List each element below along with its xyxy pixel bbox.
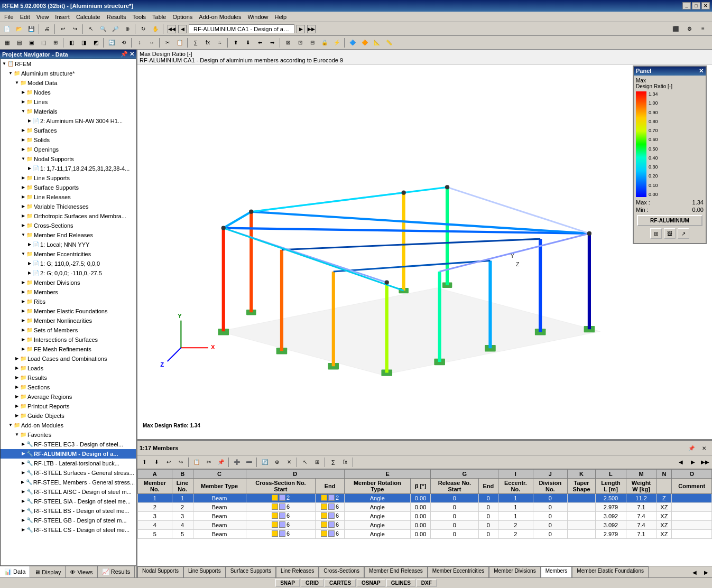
tree-item-31[interactable]: ▶📁Load Cases and Combinations [1, 354, 136, 363]
tree-item-3[interactable]: ▶📁Nodes [1, 88, 136, 97]
table-cell[interactable]: 2.500 [596, 494, 626, 503]
table-pin-btn[interactable]: 📌 [686, 442, 697, 454]
tree-item-10[interactable]: ▼📁Nodal Supports [1, 154, 136, 164]
tt-btn1[interactable]: ⬆ [138, 456, 150, 468]
table-cell[interactable]: 0 [431, 512, 478, 521]
tt-btn3[interactable]: ↩ [163, 456, 174, 468]
t2-btn18[interactable]: ⬆ [230, 37, 242, 49]
rf-nav-next[interactable]: ▶ [297, 25, 305, 33]
tab-members[interactable]: Members [541, 566, 572, 577]
tt-btn6[interactable]: ✂ [203, 456, 215, 468]
table-cell[interactable]: 1 [498, 503, 533, 512]
tree-item-12[interactable]: ▶📁Line Supports [1, 173, 136, 183]
t2-btn29[interactable]: 📐 [371, 37, 383, 49]
tree-item-16[interactable]: ▶📁Orthotropic Surfaces and Membra... [1, 211, 136, 221]
tt-nav-end[interactable]: ▶▶ [699, 456, 711, 468]
table-cell[interactable]: 6 [316, 512, 344, 521]
table-cell[interactable]: 1 [172, 494, 193, 503]
t2-btn27[interactable]: 🔷 [347, 37, 358, 49]
table-cell[interactable]: 4 [172, 521, 193, 530]
t2-btn4[interactable]: ⬚ [38, 37, 49, 49]
tree-item-48[interactable]: ▶🔧RF-STEEL GB - Design of steel m... [1, 516, 136, 525]
tt-btn4[interactable]: ↪ [175, 456, 187, 468]
save-btn[interactable]: 💾 [25, 23, 37, 35]
table-cell[interactable]: 6 [246, 530, 316, 539]
tt-btn7[interactable]: 📌 [215, 456, 227, 468]
tree-item-30[interactable]: ▶📁FE Mesh Refinements [1, 344, 136, 354]
table-cell[interactable]: 1 [138, 494, 172, 503]
t2-btn20[interactable]: ⬅ [254, 37, 266, 49]
dxf-button[interactable]: DXF [417, 579, 437, 587]
table-cell[interactable]: 1 [498, 512, 533, 521]
t2-btn12[interactable]: ↔ [146, 37, 158, 49]
tree-item-29[interactable]: ▶📁Intersections of Surfaces [1, 335, 136, 344]
t2-btn22[interactable]: ⊠ [282, 37, 294, 49]
table-cell[interactable]: 0 [478, 521, 498, 530]
tree-item-38[interactable]: ▼📁Add-on Modules [1, 421, 136, 430]
tt-btn16[interactable]: fx [339, 456, 351, 468]
menu-view[interactable]: View [33, 13, 52, 21]
maximize-button[interactable]: □ [692, 2, 700, 10]
tree-item-42[interactable]: ▶🔧RF-LTB - Lateral-torsional buck... [1, 459, 136, 468]
panel-icon-3[interactable]: ↗ [678, 228, 689, 239]
close-button[interactable]: ✕ [701, 2, 710, 10]
t2-btn15[interactable]: ∑ [190, 37, 201, 49]
menu-insert[interactable]: Insert [52, 13, 73, 21]
zoom-out-btn[interactable]: 🔎 [109, 23, 121, 35]
t2-btn13[interactable]: ✂ [162, 37, 173, 49]
tree-item-49[interactable]: ▶🔧RF-STEEL CS - Design of steel me... [1, 525, 136, 535]
tree-item-39[interactable]: ▼📁Favorites [1, 430, 136, 440]
t2-btn30[interactable]: 📏 [383, 37, 395, 49]
table-cell[interactable]: Angle [344, 530, 410, 539]
t2-btn7[interactable]: ◨ [78, 37, 89, 49]
t2-btn1[interactable]: ▦ [1, 37, 13, 49]
table-cell[interactable]: Angle [344, 512, 410, 521]
tree-item-28[interactable]: ▶📁Sets of Members [1, 325, 136, 335]
tree-item-32[interactable]: ▶📁Loads [1, 363, 136, 373]
tree-item-18[interactable]: ▼📁Member End Releases [1, 230, 136, 240]
new-btn[interactable]: 📄 [1, 23, 13, 35]
panel-icon-2[interactable]: 🖼 [664, 228, 676, 239]
t2-btn19[interactable]: ⬇ [242, 37, 254, 49]
table-cell[interactable]: Angle [344, 521, 410, 530]
tree-item-6[interactable]: ▶📄2: Aluminium EN-AW 3004 H1... [1, 116, 136, 126]
table-row[interactable]: 11Beam 2 2Angle0.0000102.50011.2Z [138, 494, 712, 503]
table-cell[interactable]: Beam [193, 521, 246, 530]
table-cell[interactable]: 4 [138, 521, 172, 530]
tab-member-end-releases[interactable]: Member End Releases [364, 566, 428, 577]
table-cell[interactable] [568, 530, 596, 539]
t2-btn23[interactable]: ⊡ [294, 37, 306, 49]
open-btn[interactable]: 📂 [13, 23, 25, 35]
table-cell[interactable]: 6 [316, 521, 344, 530]
tree-item-33[interactable]: ▶📁Results [1, 373, 136, 382]
table-close-btn[interactable]: ✕ [698, 442, 710, 454]
tree-item-9[interactable]: ▶📁Openings [1, 145, 136, 154]
table-tab-nav-next[interactable]: ▶ [700, 566, 712, 577]
tree-item-21[interactable]: ▶📄1: G; 110,0,-27.5; 0,0,0 [1, 259, 136, 268]
table-tab-nav-prev[interactable]: ◀ [689, 566, 700, 577]
menu-results[interactable]: Results [104, 13, 130, 21]
nav-tab-views[interactable]: 👁 Views [66, 566, 97, 577]
table-cell[interactable]: 2 [172, 503, 193, 512]
nav-tab-display[interactable]: 🖥 Display [30, 566, 66, 577]
table-cell[interactable]: Angle [344, 503, 410, 512]
tab-member-elastic-foundations[interactable]: Member Elastic Foundations [572, 566, 649, 577]
tree-item-13[interactable]: ▶📁Surface Supports [1, 183, 136, 192]
tree-item-41[interactable]: ▶🔧RF-ALUMINIUM - Design of a... [1, 449, 136, 459]
tt-btn15[interactable]: ∑ [327, 456, 339, 468]
table-cell[interactable]: 0 [533, 503, 567, 512]
redo-btn[interactable]: ↪ [69, 23, 81, 35]
tree-item-44[interactable]: ▶🔧RF-STEEL Members - General stress... [1, 478, 136, 487]
menu-addon[interactable]: Add-on Modules [196, 13, 244, 21]
t2-btn16[interactable]: fx [202, 37, 214, 49]
tt-btn9[interactable]: ➖ [243, 456, 255, 468]
table-cell[interactable]: 0.00 [410, 494, 431, 503]
table-cell[interactable]: 0 [533, 512, 567, 521]
tree-item-45[interactable]: ▶🔧RF-STEEL AISC - Design of steel m... [1, 487, 136, 497]
t2-btn2[interactable]: ▤ [13, 37, 25, 49]
rf-aluminium-panel-button[interactable]: RF-ALUMINIUM [637, 215, 702, 226]
t2-btn10[interactable]: ⟲ [118, 37, 130, 49]
table-cell[interactable]: 0 [431, 521, 478, 530]
tree-item-26[interactable]: ▶📁Member Elastic Foundations [1, 306, 136, 316]
table-cell[interactable]: 7.1 [626, 503, 656, 512]
